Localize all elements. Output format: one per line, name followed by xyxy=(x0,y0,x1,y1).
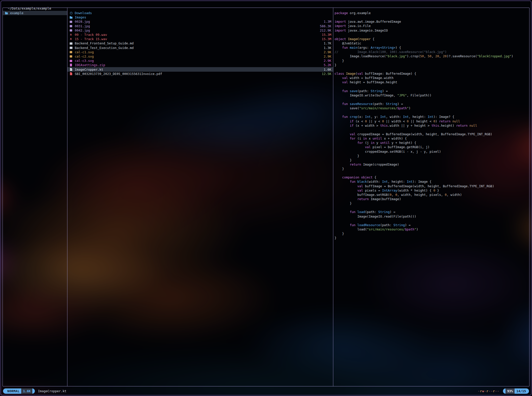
dir-name: example xyxy=(10,11,23,15)
parent-list: example xyxy=(3,8,67,15)
file-name: cal-c2.svg xyxy=(75,55,94,58)
file-row[interactable]: Images xyxy=(67,15,333,19)
file-type-icon xyxy=(70,33,73,36)
file-name: Downloads xyxy=(75,11,92,15)
pill-left-cap xyxy=(3,388,6,394)
file-row[interactable]: ImageCropper.kt 1.6K xyxy=(67,67,333,71)
file-row[interactable]: cal-c3.svg 2.9K xyxy=(67,59,333,63)
file-size-badge: 1.6K xyxy=(21,388,32,394)
file-row[interactable]: 0028.jpg 1.3M xyxy=(67,19,333,24)
current-pane[interactable]: Downloads Images 0028.jpg 1.3M 0031.jpg xyxy=(67,8,333,386)
file-row[interactable]: 09 - Track 09.wav 15.3M xyxy=(67,33,333,37)
file-row[interactable]: cal-c2.svg 2.9K xyxy=(67,54,333,59)
file-type-icon xyxy=(70,16,73,19)
cursor-position: 14/15 xyxy=(515,388,529,394)
file-type-icon xyxy=(70,72,73,75)
position-pill: 93% 14/15 xyxy=(503,388,529,394)
status-bar: NORMAL 1.6K ImageCropper.kt -rw-r--r-- 9… xyxy=(3,388,529,394)
file-name: cal-c1.svg xyxy=(75,50,94,54)
panes-container: example Downloads Images 0028.jpg xyxy=(3,8,529,386)
file-type-icon xyxy=(70,50,73,54)
file-type-icon xyxy=(70,46,73,49)
file-row[interactable]: Backend_Frontend_Setup_Guide.md 1.7K xyxy=(67,41,333,45)
position-left-cap xyxy=(503,388,505,394)
file-name: 0031.jpg xyxy=(75,24,90,28)
scroll-percent: 93% xyxy=(505,388,515,394)
status-right: -rw-r--r-- 93% 14/15 xyxy=(478,388,529,394)
file-row[interactable]: 15 - Track 15.wav 15.3M xyxy=(67,37,333,41)
file-size: 586.3K xyxy=(320,24,331,28)
file-size: 5.2K xyxy=(324,63,331,67)
file-type-icon xyxy=(70,64,73,67)
file-size: 2.9K xyxy=(324,55,331,58)
parent-dir-row[interactable]: example xyxy=(3,11,67,15)
file-name: 0042.jpg xyxy=(75,29,90,32)
file-name: Backend_Test_Execution_Guide.md xyxy=(75,46,134,50)
permissions: -rw-r--r-- xyxy=(478,389,499,393)
file-size: 15.3M xyxy=(322,33,331,37)
file-name: Images xyxy=(75,15,86,19)
file-row[interactable]: SBI_0032013739_2023_DE05_0003155631Invoi… xyxy=(67,72,333,76)
pill-right-cap xyxy=(32,388,35,394)
file-name: 09 - Track 09.wav xyxy=(75,33,107,37)
file-type-icon xyxy=(70,59,73,62)
file-name: 0028.jpg xyxy=(75,20,90,23)
file-name: SBI_0032013739_2023_DE05_0003155631Invoi… xyxy=(75,72,162,76)
mode-pill: NORMAL 1.6K xyxy=(3,388,35,394)
file-name: IDEAsettings.zip xyxy=(75,63,105,67)
file-type-icon xyxy=(70,24,73,28)
file-name: ImageCropper.kt xyxy=(75,68,103,71)
file-size: 1.3M xyxy=(324,20,331,23)
file-size: 2.9K xyxy=(324,50,331,54)
file-row[interactable]: Downloads xyxy=(67,11,333,15)
file-type-icon xyxy=(70,68,73,71)
file-size: 15.3M xyxy=(322,37,331,41)
file-type-icon xyxy=(70,55,73,58)
folder-icon xyxy=(5,12,9,15)
file-size: 1.6K xyxy=(324,68,331,71)
parent-pane[interactable]: example xyxy=(3,8,67,386)
file-size: 2.9K xyxy=(324,59,331,63)
file-name: cal-c3.svg xyxy=(75,59,94,63)
preview-pane[interactable]: package org.example import java.awt.imag… xyxy=(333,8,529,386)
file-row[interactable]: 0042.jpg 212.9K xyxy=(67,28,333,33)
status-file-name: ImageCropper.kt xyxy=(38,389,66,393)
file-row[interactable]: Backend_Test_Execution_Guide.md 1.3K xyxy=(67,46,333,50)
file-size: 1.7K xyxy=(324,41,331,45)
file-type-icon xyxy=(70,29,73,32)
file-size: 1.3K xyxy=(324,46,331,50)
path-bar: ~/Data/example/example xyxy=(4,2,51,6)
file-type-icon xyxy=(70,12,73,15)
mode-badge: NORMAL xyxy=(6,388,21,394)
file-row[interactable]: IDEAsettings.zip 5.2K xyxy=(67,63,333,67)
file-size: 12.5K xyxy=(322,72,331,76)
file-row[interactable]: 0031.jpg 586.3K xyxy=(67,24,333,28)
file-size: 212.9K xyxy=(320,29,331,32)
file-type-icon xyxy=(70,42,73,45)
file-type-icon xyxy=(70,38,73,41)
file-name: Backend_Frontend_Setup_Guide.md xyxy=(75,41,134,45)
file-row[interactable]: cal-c1.svg 2.9K xyxy=(67,50,333,54)
file-list: Downloads Images 0028.jpg 1.3M 0031.jpg xyxy=(67,8,333,76)
file-name: 15 - Track 15.wav xyxy=(75,37,107,41)
file-type-icon xyxy=(70,20,73,23)
code-lines: package org.example import java.awt.imag… xyxy=(333,8,529,240)
